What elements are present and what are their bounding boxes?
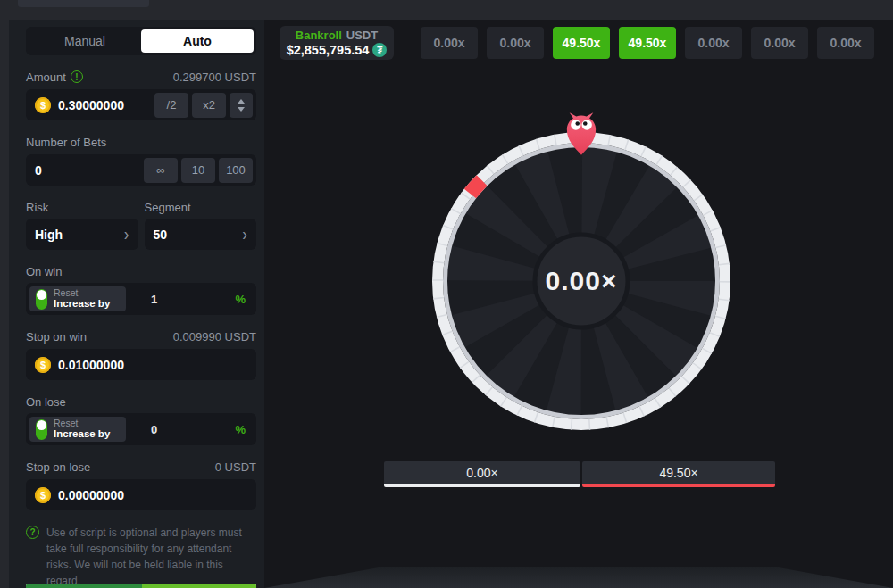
mode-tabs: Manual Auto (26, 27, 256, 55)
current-multiplier: 0.00× (432, 132, 730, 430)
on-win-label: On win (26, 265, 62, 278)
disclaimer-text: Use of script is optional and players mu… (46, 525, 244, 588)
reset-option[interactable]: Reset (54, 418, 110, 428)
number-of-bets-label-row: Number of Bets (26, 136, 256, 148)
on-win-toggle[interactable]: Reset Increase by (29, 286, 126, 311)
risk-label: Risk (26, 201, 138, 213)
risk-value: High (35, 228, 63, 242)
half-bet-button[interactable]: /2 (154, 93, 188, 118)
amount-label-text: Amount (26, 70, 66, 84)
increase-by-option[interactable]: Increase by (54, 428, 110, 440)
bankroll-widget[interactable]: Bankroll USDT $2,855,795.54 ₮ (280, 26, 394, 60)
on-win-label-row: On win (26, 265, 256, 277)
on-lose-toggle[interactable]: Reset Increase by (29, 417, 126, 442)
bankroll-label: Bankroll (296, 29, 342, 42)
amount-label: Amount ! (26, 70, 83, 84)
floor-decoration (264, 567, 893, 588)
history-badge[interactable]: 0.00x (817, 27, 874, 59)
bet-control-panel: Manual Auto Amount ! 0.299700 USDT $ 0.3… (9, 20, 264, 588)
amount-stepper[interactable] (230, 93, 253, 118)
on-win-percent-input[interactable]: 1 (151, 293, 157, 306)
start-autobet-button[interactable] (26, 584, 256, 588)
on-lose-toggle-labels: Reset Increase by (54, 418, 110, 440)
bets-10-button[interactable]: 10 (181, 158, 215, 183)
amount-label-row: Amount ! 0.299700 USDT (26, 70, 256, 83)
history-badge[interactable]: 0.00x (685, 27, 742, 59)
stepper-up-icon[interactable] (238, 99, 245, 104)
bankroll-header: Bankroll USDT (296, 29, 378, 42)
history-badge[interactable]: 0.00x (751, 27, 808, 59)
result-box-lose[interactable]: 0.00× (384, 461, 580, 487)
chevron-right-icon: › (124, 225, 129, 243)
bankroll-currency: USDT (346, 29, 378, 42)
stop-on-win-field: $ 0.01000000 (26, 349, 256, 380)
amount-input[interactable]: 0.30000000 (58, 98, 124, 112)
stop-on-win-label: Stop on win (26, 330, 87, 344)
coin-icon: $ (35, 487, 51, 503)
double-bet-button[interactable]: x2 (192, 93, 226, 118)
segment-label: Segment (145, 201, 257, 213)
wheel: 0.00× (432, 132, 730, 430)
result-history: 0.00x 0.00x 49.50x 49.50x 0.00x 0.00x 0.… (421, 27, 874, 59)
on-lose-row: Reset Increase by 0 % (26, 413, 256, 445)
on-lose-percent-input[interactable]: 0 (151, 423, 157, 436)
script-disclaimer: ? Use of script is optional and players … (26, 525, 256, 588)
risk-column: Risk High › (26, 186, 138, 250)
risk-segment-row: Risk High › Segment 50 › (26, 186, 256, 250)
history-badge[interactable]: 0.00x (421, 27, 478, 59)
bankroll-amount-row: $2,855,795.54 ₮ (287, 43, 388, 57)
stepper-down-icon[interactable] (238, 107, 245, 112)
result-box-win[interactable]: 49.50× (582, 461, 775, 487)
stop-on-lose-field: $ 0.00000000 (26, 479, 256, 510)
stop-on-lose-label-row: Stop on lose 0 USDT (26, 460, 256, 473)
risk-select[interactable]: High › (26, 219, 138, 250)
history-badge[interactable]: 49.50x (553, 27, 610, 59)
percent-sign: % (235, 293, 246, 306)
stop-on-lose-input[interactable]: 0.00000000 (58, 488, 124, 502)
segment-value: 50 (154, 228, 168, 242)
toggle-switch-icon[interactable] (36, 289, 47, 310)
stop-on-lose-label: Stop on lose (26, 460, 90, 474)
start-button-left-half (26, 584, 142, 588)
bankroll-amount: $2,855,795.54 (287, 43, 370, 57)
on-lose-label-row: On lose (26, 395, 256, 408)
tab-auto[interactable]: Auto (141, 29, 254, 53)
stop-on-win-input[interactable]: 0.01000000 (58, 358, 124, 372)
stop-on-lose-converted: 0 USDT (215, 460, 256, 474)
owl-pointer-icon (564, 112, 598, 155)
top-nav-tab[interactable] (18, 0, 149, 7)
stop-on-win-converted: 0.009990 USDT (173, 330, 256, 344)
percent-sign: % (235, 423, 246, 436)
multiplier-results: 0.00× 49.50× (384, 461, 775, 487)
on-lose-label: On lose (26, 395, 66, 409)
coin-icon: $ (35, 97, 51, 113)
segment-select[interactable]: 50 › (145, 219, 257, 250)
game-area: Bankroll USDT $2,855,795.54 ₮ 0.00x 0.00… (264, 20, 893, 588)
amount-field: $ 0.30000000 /2 x2 (26, 89, 256, 120)
on-win-row: Reset Increase by 1 % (26, 283, 256, 315)
on-win-toggle-labels: Reset Increase by (54, 287, 110, 310)
info-icon[interactable]: ! (71, 70, 83, 83)
number-of-bets-input[interactable]: 0 (35, 163, 42, 178)
amount-converted-value: 0.299700 USDT (173, 70, 256, 84)
number-of-bets-label: Number of Bets (26, 136, 106, 149)
stop-on-win-label-row: Stop on win 0.009990 USDT (26, 330, 256, 343)
history-badge[interactable]: 49.50x (619, 27, 676, 59)
history-badge[interactable]: 0.00x (487, 27, 544, 59)
tether-icon: ₮ (372, 43, 387, 57)
reset-option[interactable]: Reset (54, 287, 110, 298)
start-button-right-half (142, 584, 256, 588)
bets-100-button[interactable]: 100 (219, 158, 253, 183)
toggle-switch-icon[interactable] (36, 419, 47, 440)
coin-icon: $ (35, 357, 51, 373)
chevron-right-icon: › (242, 225, 247, 243)
tab-manual[interactable]: Manual (29, 29, 141, 53)
number-of-bets-field: 0 ∞ 10 100 (26, 154, 256, 186)
question-icon: ? (26, 526, 39, 539)
bets-infinity-button[interactable]: ∞ (144, 158, 178, 183)
increase-by-option[interactable]: Increase by (54, 298, 110, 310)
segment-column: Segment 50 › (145, 186, 257, 250)
